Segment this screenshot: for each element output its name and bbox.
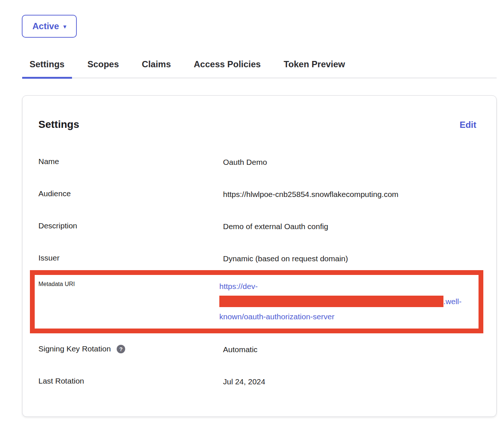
tab-scopes[interactable]: Scopes	[80, 55, 126, 79]
field-value: Dynamic (based on request domain)	[223, 254, 476, 264]
tab-claims[interactable]: Claims	[134, 55, 178, 79]
row-signing-key-rotation: Signing Key Rotation ? Automatic	[38, 344, 476, 355]
row-name: Name Oauth Demo	[38, 157, 476, 167]
row-description: Description Demo of external Oauth confi…	[38, 221, 476, 232]
metadata-uri-line3[interactable]: known/oauth-authorization-server	[219, 309, 475, 324]
tab-token-preview[interactable]: Token Preview	[276, 55, 352, 79]
edit-button[interactable]: Edit	[460, 120, 476, 130]
row-audience: Audience https://hlwlpoe-cnb25854.snowfl…	[38, 189, 476, 200]
metadata-uri-line2[interactable]: .well-	[219, 294, 475, 309]
row-last-rotation: Last Rotation Jul 24, 2024	[38, 377, 476, 387]
row-metadata-uri-highlighted: Metadata URI https://dev- .well- known/o…	[30, 270, 483, 333]
field-label: Audience	[38, 189, 223, 198]
tab-access-policies[interactable]: Access Policies	[186, 55, 268, 79]
field-label: Metadata URI	[38, 279, 219, 288]
tab-settings[interactable]: Settings	[22, 55, 72, 79]
field-value: https://hlwlpoe-cnb25854.snowflakecomput…	[223, 189, 476, 200]
field-label: Last Rotation	[38, 377, 223, 385]
metadata-uri-link[interactable]: https://dev- .well- known/oauth-authoriz…	[219, 279, 475, 324]
row-issuer: Issuer Dynamic (based on request domain)	[38, 254, 476, 264]
settings-card: Settings Edit Name Oauth Demo Audience h…	[22, 95, 497, 417]
status-dropdown-label: Active	[32, 21, 59, 31]
field-label: Signing Key Rotation ?	[38, 344, 223, 353]
redaction-bar	[219, 296, 443, 307]
field-value: Oauth Demo	[223, 157, 476, 167]
field-label: Name	[38, 157, 223, 166]
status-dropdown[interactable]: Active ▾	[22, 15, 77, 38]
metadata-uri-line1[interactable]: https://dev-	[219, 279, 475, 294]
tab-bar: Settings Scopes Claims Access Policies T…	[22, 55, 497, 78]
metadata-uri-line2-suffix: .well-	[443, 297, 462, 306]
card-title: Settings	[38, 119, 79, 130]
field-value: Demo of external Oauth config	[223, 221, 476, 232]
field-label: Issuer	[38, 254, 223, 262]
card-header: Settings Edit	[38, 119, 476, 130]
chevron-down-icon: ▾	[64, 24, 66, 29]
field-label: Description	[38, 221, 223, 230]
field-value: Jul 24, 2024	[223, 377, 476, 387]
help-icon[interactable]: ?	[117, 345, 125, 353]
field-label-text: Signing Key Rotation	[38, 344, 111, 353]
field-value: Automatic	[223, 344, 476, 355]
